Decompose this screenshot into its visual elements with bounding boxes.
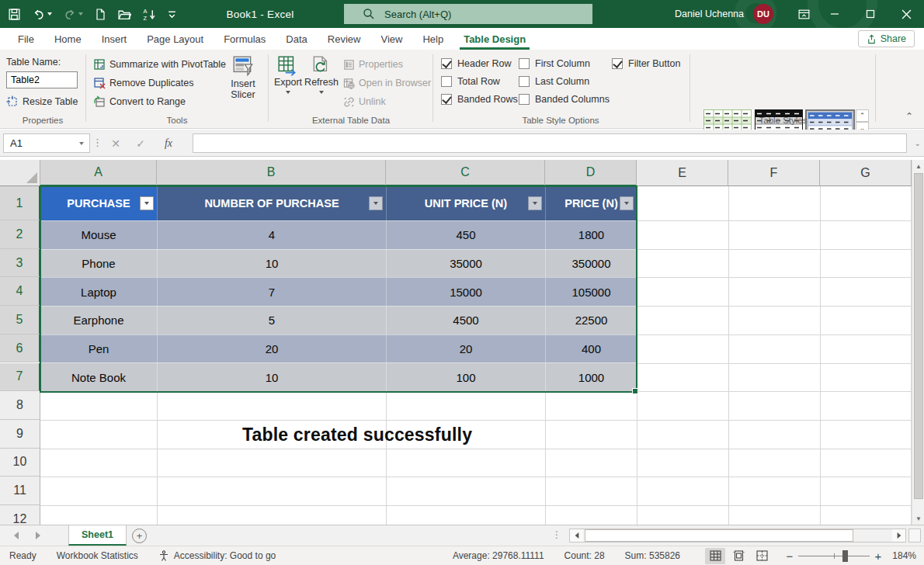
column-header-E[interactable]: E [637,160,728,186]
sheet-tab-sheet1[interactable]: Sheet1 [68,525,127,546]
tab-review[interactable]: Review [318,28,371,50]
undo-dropdown-caret[interactable] [47,12,52,16]
tab-home[interactable]: Home [44,28,92,50]
row-header-2[interactable]: 2 [0,220,40,249]
select-all-corner[interactable] [0,160,40,186]
redo-dropdown-caret[interactable] [78,12,83,16]
zoom-slider[interactable] [798,548,870,564]
column-header-B[interactable]: B [157,160,386,186]
table-cell[interactable]: 10 [157,249,386,278]
scroll-left-arrow[interactable] [570,529,583,542]
share-button[interactable]: Share [858,30,915,47]
checkbox-last-column[interactable]: Last Column [519,75,589,88]
table-cell[interactable]: 4500 [386,306,545,334]
row-header-8[interactable]: 8 [0,391,40,420]
table-header-cell[interactable]: NUMBER OF PURCHASE [157,186,386,220]
table-cell[interactable]: 450 [386,220,545,249]
avatar[interactable]: DU [753,4,773,24]
remove-duplicates-button[interactable]: Remove Duplicates [93,75,193,92]
table-header-cell[interactable]: UNIT PRICE (N) [386,186,545,220]
checkbox-banded-columns[interactable]: Banded Columns [519,92,610,106]
zoom-level[interactable]: 184% [885,550,916,561]
column-header-D[interactable]: D [545,160,637,186]
column-header-G[interactable]: G [820,160,912,186]
workbook-statistics-button[interactable]: Workbook Statistics [57,550,138,561]
table-cell[interactable]: 5 [157,306,386,334]
row-header-12[interactable]: 12 [0,505,40,525]
horizontal-scroll-thumb[interactable] [585,529,853,542]
tab-help[interactable]: Help [412,28,453,50]
unlink-button[interactable]: Unlink [343,93,386,110]
table-cell[interactable]: 350000 [545,249,637,278]
checkbox-first-column[interactable]: First Column [519,57,590,71]
table-cell[interactable]: 35000 [386,249,545,278]
status-count[interactable]: Count: 28 [564,550,605,561]
tab-page-layout[interactable]: Page Layout [137,28,214,50]
formula-bar-dots[interactable]: ⋮ [92,137,102,148]
open-folder-button[interactable] [117,5,131,23]
table-cell[interactable]: Pen [40,334,157,363]
table-cell[interactable]: Note Book [40,362,157,391]
new-file-button[interactable] [94,5,106,23]
table-cell[interactable]: 100 [386,362,545,391]
vertical-scroll-thumb[interactable] [914,173,923,499]
user-name[interactable]: Daniel Uchenna [675,9,744,19]
customize-toolbar-button[interactable] [167,5,177,23]
add-sheet-button[interactable]: + [132,529,147,543]
resize-table-button[interactable]: Resize Table [6,93,78,110]
column-header-A[interactable]: A [40,160,157,186]
next-sheet-arrow[interactable] [33,530,43,541]
table-cell[interactable]: 15000 [386,277,545,306]
undo-button[interactable] [32,5,52,23]
zoom-in-button[interactable]: + [871,549,885,563]
row-header-5[interactable]: 5 [0,306,40,334]
cancel-button[interactable]: ✕ [106,133,126,153]
status-sum[interactable]: Sum: 535826 [625,550,680,561]
table-cell[interactable]: 22500 [545,306,637,334]
redo-button[interactable] [63,5,83,23]
horizontal-scrollbar[interactable] [569,529,906,542]
summarize-with-pivottable-button[interactable]: Summarize with PivotTable [93,56,226,73]
table-properties-button[interactable]: Properties [343,56,403,73]
sort-ascending-button[interactable]: AZ [142,5,156,23]
row-header-4[interactable]: 4 [0,277,40,306]
scroll-right-arrow[interactable] [892,529,905,542]
convert-to-range-button[interactable]: Convert to Range [93,93,186,110]
table-cell[interactable]: 20 [157,334,386,363]
enter-button[interactable]: ✓ [130,133,151,153]
accessibility-status[interactable]: Accessibility: Good to go [158,550,276,562]
checkbox-total-row[interactable]: Total Row [441,75,500,88]
filter-dropdown-button[interactable] [528,196,542,210]
tab-file[interactable]: File [8,28,44,50]
filter-dropdown-button[interactable] [369,196,383,210]
table-cell[interactable]: 400 [545,334,637,363]
fill-handle[interactable] [632,388,638,394]
table-cell[interactable]: Earphone [40,306,157,334]
ribbon-display-options-button[interactable] [790,0,817,28]
table-cell[interactable]: 4 [157,220,386,249]
refresh-dropdown-caret[interactable] [319,91,324,94]
tab-table-design[interactable]: Table Design [453,28,536,50]
formula-input[interactable] [193,133,907,153]
table-cell[interactable]: 7 [157,277,386,306]
table-cell[interactable]: 105000 [545,277,637,306]
page-layout-view-button[interactable] [728,548,749,564]
scroll-down-arrow[interactable]: ▼ [913,512,924,525]
name-box-dropdown-caret[interactable] [79,142,84,145]
formula-bar-expand-caret[interactable]: ⌄ [915,139,921,147]
tab-bar-dots[interactable]: ⋮ [552,529,561,540]
row-header-9[interactable]: 9 [0,420,40,449]
status-average[interactable]: Average: 29768.11111 [453,550,544,561]
previous-sheet-arrow[interactable] [11,530,22,541]
minimize-button[interactable] [817,0,853,28]
tab-insert[interactable]: Insert [92,28,137,50]
row-header-1[interactable]: 1 [0,186,40,220]
tab-data[interactable]: Data [276,28,317,50]
table-cell[interactable]: 10 [157,362,386,391]
column-header-C[interactable]: C [386,160,545,186]
insert-slicer-button[interactable]: Insert Slicer [223,55,263,100]
filter-dropdown-button[interactable] [140,196,154,210]
scroll-up-arrow[interactable]: ▲ [913,160,924,172]
table-cell[interactable]: Laptop [40,277,157,306]
maximize-button[interactable] [853,0,888,28]
